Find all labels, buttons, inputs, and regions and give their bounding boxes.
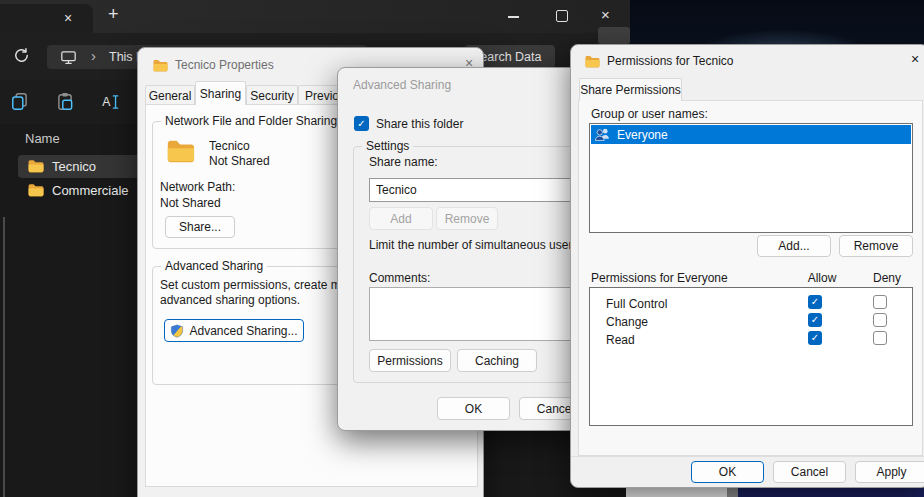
folder-icon <box>27 181 44 201</box>
button-label: Add <box>390 212 411 226</box>
ok-button[interactable]: OK <box>437 397 510 420</box>
shared-folder-state: Not Shared <box>209 154 270 168</box>
copy-icon[interactable] <box>10 92 30 116</box>
advanced-sharing-description-line2: advanced sharing options. <box>160 293 300 307</box>
tab-label: Share Permissions <box>580 83 681 97</box>
deny-column-header: Deny <box>867 271 907 285</box>
share-name-input[interactable]: Tecnico <box>369 178 588 202</box>
folder-icon <box>165 135 195 168</box>
group-user-listbox[interactable]: Everyone <box>589 123 913 233</box>
check-icon: ✓ <box>357 119 365 129</box>
check-icon: ✓ <box>811 297 819 307</box>
footer-divider <box>571 456 924 457</box>
comments-label: Comments: <box>369 271 430 285</box>
refresh-icon[interactable] <box>13 47 30 68</box>
dialog-title: Tecnico Properties <box>175 58 274 72</box>
network-path-label: Network Path: <box>160 180 235 194</box>
input-value: Tecnico <box>376 183 417 197</box>
tab-security[interactable]: Security <box>246 85 298 105</box>
check-icon: ✓ <box>811 315 819 325</box>
column-header-name[interactable]: Name <box>25 131 60 146</box>
folder-icon <box>584 53 600 72</box>
tab-share-permissions[interactable]: Share Permissions <box>579 78 682 101</box>
permissions-for-label: Permissions for Everyone <box>591 271 728 285</box>
remove-button[interactable]: Remove <box>436 207 498 230</box>
share-this-folder-checkbox[interactable]: ✓ <box>354 116 369 131</box>
button-label: OK <box>465 402 482 416</box>
advanced-sharing-description-line1: Set custom permissions, create multip <box>160 278 363 292</box>
check-icon: ✓ <box>811 333 819 343</box>
group-title: Network File and Folder Sharing <box>161 114 341 128</box>
button-label: Remove <box>854 239 899 253</box>
group-title: Settings <box>362 139 413 153</box>
share-name-label: Share name: <box>369 155 438 169</box>
tab-close-icon[interactable]: × <box>64 10 72 26</box>
scrollbar[interactable] <box>3 217 5 497</box>
button-label: Remove <box>445 212 490 226</box>
svg-text:A: A <box>102 95 111 109</box>
tab-label: Sharing <box>200 87 241 101</box>
allow-change-checkbox[interactable]: ✓ <box>808 313 822 327</box>
uac-shield-icon <box>170 324 184 338</box>
add-button[interactable]: Add <box>369 207 433 230</box>
button-label: Caching <box>475 354 519 368</box>
list-item-label: Commerciale <box>52 183 129 198</box>
deny-full-control-checkbox[interactable] <box>873 295 887 309</box>
background-window-strip-gray <box>727 488 738 497</box>
chevron-icon: › <box>91 47 96 64</box>
button-label: Permissions <box>377 354 442 368</box>
comments-textarea[interactable] <box>369 287 588 341</box>
allow-full-control-checkbox[interactable]: ✓ <box>808 295 822 309</box>
rename-icon[interactable]: A <box>100 92 120 116</box>
minimize-icon[interactable] <box>508 16 519 18</box>
button-label: Cancel <box>791 465 828 479</box>
allow-column-header: Allow <box>802 271 842 285</box>
tab-sharing[interactable]: Sharing <box>195 81 246 105</box>
tab-label: Security <box>250 89 293 103</box>
advanced-sharing-button[interactable]: Advanced Sharing... <box>164 319 304 342</box>
users-icon <box>594 126 611 143</box>
deny-read-checkbox[interactable] <box>873 331 887 345</box>
deny-change-checkbox[interactable] <box>873 313 887 327</box>
background-window-strip-white <box>626 488 727 497</box>
paste-icon[interactable] <box>55 92 75 116</box>
new-tab-icon[interactable]: + <box>108 4 119 25</box>
folder-icon <box>27 157 44 177</box>
group-name: Everyone <box>617 128 668 142</box>
limit-users-label: Limit the number of simultaneous users t… <box>369 238 595 252</box>
maximize-icon[interactable] <box>556 10 568 22</box>
tab-general[interactable]: General <box>145 85 195 105</box>
group-title: Advanced Sharing <box>161 259 267 273</box>
remove-button[interactable]: Remove <box>839 235 913 257</box>
permission-row-label: Change <box>606 315 648 329</box>
ok-button[interactable]: OK <box>691 461 764 483</box>
dialog-title: Permissions for Tecnico <box>607 54 734 68</box>
close-icon[interactable]: × <box>911 52 919 66</box>
list-item-everyone[interactable]: Everyone <box>591 125 911 144</box>
caching-button[interactable]: Caching <box>457 349 537 372</box>
button-label: Add... <box>778 239 809 253</box>
allow-read-checkbox[interactable]: ✓ <box>808 331 822 345</box>
panel-fragment <box>598 27 630 44</box>
explorer-tab-bar: × + × <box>0 0 630 33</box>
close-icon[interactable]: × <box>601 6 610 23</box>
tab-label: General <box>149 89 192 103</box>
permission-row-label: Full Control <box>606 297 667 311</box>
explorer-tab[interactable]: × <box>0 4 93 33</box>
shared-folder-name: Tecnico <box>209 139 250 153</box>
list-item-label: Tecnico <box>52 159 96 174</box>
network-path-value: Not Shared <box>160 196 221 210</box>
screen: × + × › This PC Search Data <box>0 0 924 497</box>
cancel-button[interactable]: Cancel <box>773 461 846 483</box>
button-label: Cancel <box>537 402 574 416</box>
this-pc-icon[interactable] <box>60 49 77 70</box>
group-user-names-label: Group or user names: <box>591 107 708 121</box>
permissions-button[interactable]: Permissions <box>369 349 451 372</box>
share-this-folder-label: Share this folder <box>376 117 463 131</box>
button-label: Share... <box>179 220 221 234</box>
permissions-table: Full Control ✓ Change ✓ Read ✓ <box>589 287 913 426</box>
share-button[interactable]: Share... <box>165 216 235 238</box>
permission-row-label: Read <box>606 333 635 347</box>
add-button[interactable]: Add... <box>757 235 831 257</box>
apply-button[interactable]: Apply <box>855 461 924 483</box>
